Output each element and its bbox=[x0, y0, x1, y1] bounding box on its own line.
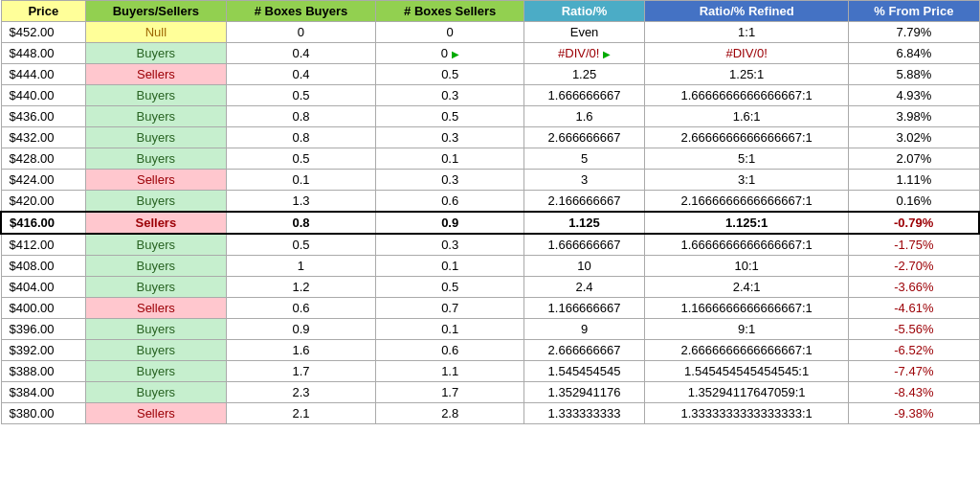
cell-ratio: 1.352941176 bbox=[524, 382, 645, 403]
cell-ratio: #DIV/0! ▶ bbox=[524, 43, 645, 64]
cell-boxes-buyers: 0.4 bbox=[226, 43, 376, 64]
cell-boxes-buyers: 0.6 bbox=[226, 298, 376, 319]
cell-boxes-buyers: 0.1 bbox=[226, 170, 376, 191]
header-boxes-buyers: # Boxes Buyers bbox=[226, 1, 376, 22]
cell-price: $408.00 bbox=[1, 256, 86, 277]
cell-from-price: 7.79% bbox=[849, 22, 979, 43]
cell-from-price: -4.61% bbox=[849, 298, 979, 319]
table-row: $412.00Buyers0.50.31.6666666671.66666666… bbox=[1, 234, 979, 256]
cell-ratio-refined: 1.1666666666666667:1 bbox=[645, 298, 849, 319]
cell-price: $412.00 bbox=[1, 234, 86, 256]
cell-ratio-refined: 2.4:1 bbox=[645, 277, 849, 298]
cell-from-price: -5.56% bbox=[849, 319, 979, 340]
cell-buyers-sellers: Buyers bbox=[86, 85, 227, 106]
table-row: $388.00Buyers1.71.11.5454545451.54545454… bbox=[1, 361, 979, 382]
cell-boxes-sellers: 0.9 bbox=[376, 212, 524, 234]
cell-buyers-sellers: Buyers bbox=[86, 382, 227, 403]
flag-icon: ▶ bbox=[452, 49, 459, 59]
table-row: $408.00Buyers10.11010:1-2.70% bbox=[1, 256, 979, 277]
cell-buyers-sellers: Null bbox=[86, 22, 227, 43]
cell-from-price: -6.52% bbox=[849, 340, 979, 361]
cell-from-price: -7.47% bbox=[849, 361, 979, 382]
table-row: $420.00Buyers1.30.62.1666666672.16666666… bbox=[1, 191, 979, 213]
cell-ratio: 5 bbox=[524, 148, 645, 170]
cell-ratio: 2.666666667 bbox=[524, 127, 645, 148]
table-row: $424.00Sellers0.10.333:11.11% bbox=[1, 170, 979, 191]
cell-boxes-buyers: 2.3 bbox=[226, 382, 376, 403]
cell-boxes-sellers: 0.3 bbox=[376, 127, 524, 148]
cell-ratio-refined: 9:1 bbox=[645, 319, 849, 340]
table-row: $444.00Sellers0.40.51.251.25:15.88% bbox=[1, 64, 979, 85]
header-ratio: Ratio/% bbox=[524, 1, 645, 22]
cell-ratio-refined: 1.3333333333333333:1 bbox=[645, 403, 849, 424]
cell-boxes-sellers: 0.6 bbox=[376, 340, 524, 361]
cell-ratio: 1.666666667 bbox=[524, 85, 645, 106]
cell-buyers-sellers: Sellers bbox=[86, 212, 227, 234]
cell-ratio: 1.333333333 bbox=[524, 403, 645, 424]
cell-price: $440.00 bbox=[1, 85, 86, 106]
cell-buyers-sellers: Buyers bbox=[86, 127, 227, 148]
cell-from-price: -9.38% bbox=[849, 403, 979, 424]
cell-boxes-sellers: 0.5 bbox=[376, 64, 524, 85]
cell-ratio-refined: 5:1 bbox=[645, 148, 849, 170]
cell-from-price: -2.70% bbox=[849, 256, 979, 277]
cell-ratio: 2.166666667 bbox=[524, 191, 645, 213]
cell-price: $380.00 bbox=[1, 403, 86, 424]
cell-ratio-refined: 3:1 bbox=[645, 170, 849, 191]
cell-ratio-refined: 1.25:1 bbox=[645, 64, 849, 85]
cell-from-price: 2.07% bbox=[849, 148, 979, 170]
cell-ratio-refined: 1.35294117647059:1 bbox=[645, 382, 849, 403]
div-error: #DIV/0! bbox=[558, 46, 599, 60]
cell-from-price: 3.98% bbox=[849, 106, 979, 127]
cell-price: $452.00 bbox=[1, 22, 86, 43]
table-row: $396.00Buyers0.90.199:1-5.56% bbox=[1, 319, 979, 340]
cell-price: $424.00 bbox=[1, 170, 86, 191]
table-row: $384.00Buyers2.31.71.3529411761.35294117… bbox=[1, 382, 979, 403]
cell-from-price: 1.11% bbox=[849, 170, 979, 191]
table-row: $432.00Buyers0.80.32.6666666672.66666666… bbox=[1, 127, 979, 148]
table-row: $452.00Null00Even1:17.79% bbox=[1, 22, 979, 43]
cell-ratio: 10 bbox=[524, 256, 645, 277]
cell-boxes-buyers: 0.5 bbox=[226, 234, 376, 256]
cell-ratio-refined: 10:1 bbox=[645, 256, 849, 277]
cell-boxes-buyers: 0.8 bbox=[226, 106, 376, 127]
cell-buyers-sellers: Buyers bbox=[86, 191, 227, 213]
cell-boxes-buyers: 0.9 bbox=[226, 319, 376, 340]
cell-price: $444.00 bbox=[1, 64, 86, 85]
cell-boxes-sellers: 0.1 bbox=[376, 319, 524, 340]
cell-ratio-refined: 2.6666666666666667:1 bbox=[645, 127, 849, 148]
cell-boxes-buyers: 1.2 bbox=[226, 277, 376, 298]
cell-boxes-buyers: 0.5 bbox=[226, 148, 376, 170]
cell-from-price: -8.43% bbox=[849, 382, 979, 403]
market-data-table: Price Buyers/Sellers # Boxes Buyers # Bo… bbox=[0, 0, 980, 424]
cell-boxes-buyers: 1 bbox=[226, 256, 376, 277]
cell-ratio: 1.25 bbox=[524, 64, 645, 85]
header-from-price: % From Price bbox=[849, 1, 979, 22]
table-row: $440.00Buyers0.50.31.6666666671.66666666… bbox=[1, 85, 979, 106]
cell-boxes-sellers: 0.1 bbox=[376, 148, 524, 170]
cell-price: $416.00 bbox=[1, 212, 86, 234]
table-row: $404.00Buyers1.20.52.42.4:1-3.66% bbox=[1, 277, 979, 298]
div-error-refined: #DIV/0! bbox=[725, 46, 767, 60]
cell-buyers-sellers: Buyers bbox=[86, 256, 227, 277]
cell-from-price: 0.16% bbox=[849, 191, 979, 213]
cell-buyers-sellers: Buyers bbox=[86, 277, 227, 298]
cell-buyers-sellers: Buyers bbox=[86, 361, 227, 382]
cell-price: $432.00 bbox=[1, 127, 86, 148]
cell-from-price: -1.75% bbox=[849, 234, 979, 256]
cell-ratio-refined: 2.6666666666666667:1 bbox=[645, 340, 849, 361]
cell-buyers-sellers: Buyers bbox=[86, 234, 227, 256]
cell-ratio: 1.6 bbox=[524, 106, 645, 127]
cell-ratio: 1.125 bbox=[524, 212, 645, 234]
cell-ratio: 3 bbox=[524, 170, 645, 191]
cell-buyers-sellers: Buyers bbox=[86, 43, 227, 64]
cell-ratio: 1.666666667 bbox=[524, 234, 645, 256]
table-row: $380.00Sellers2.12.81.3333333331.3333333… bbox=[1, 403, 979, 424]
cell-ratio-refined: 1:1 bbox=[645, 22, 849, 43]
cell-boxes-buyers: 0.8 bbox=[226, 212, 376, 234]
cell-ratio: 1.166666667 bbox=[524, 298, 645, 319]
cell-ratio-refined: 1.125:1 bbox=[645, 212, 849, 234]
cell-boxes-sellers: 0.5 bbox=[376, 277, 524, 298]
cell-buyers-sellers: Buyers bbox=[86, 148, 227, 170]
table-row: $448.00Buyers0.40 ▶#DIV/0! ▶#DIV/0!6.84% bbox=[1, 43, 979, 64]
